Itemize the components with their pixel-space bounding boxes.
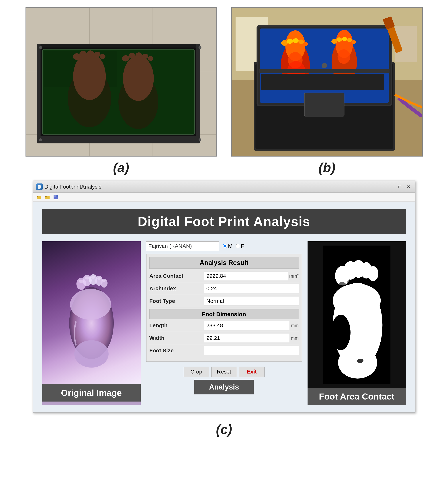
gender-male-label: M [228, 243, 233, 249]
svg-rect-26 [196, 44, 200, 142]
foot-type-value: Normal [204, 297, 299, 305]
length-row: Length 233.48 mm [149, 321, 299, 332]
toolbar-open-button[interactable] [35, 194, 43, 200]
action-buttons-row: Crop Reset Exit [146, 367, 302, 377]
original-foot-image [42, 241, 141, 384]
save-icon [53, 195, 58, 200]
svg-rect-59 [261, 74, 384, 90]
svg-point-42 [281, 40, 288, 46]
gender-male-radio[interactable] [223, 244, 227, 248]
svg-point-53 [342, 37, 347, 41]
svg-point-52 [336, 37, 342, 42]
svg-point-101 [338, 282, 346, 286]
svg-point-79 [70, 289, 111, 320]
minimize-button[interactable]: — [387, 184, 395, 190]
svg-point-15 [87, 50, 94, 56]
svg-point-18 [123, 56, 154, 101]
foot-type-row: Foot Type Normal [149, 297, 299, 308]
gender-male-option[interactable]: M [223, 243, 233, 249]
photo-b-svg [232, 7, 422, 157]
foot-dimension-title: Foot Dimension [149, 309, 299, 319]
svg-point-14 [79, 51, 87, 57]
gender-female-option[interactable]: F [236, 243, 244, 249]
svg-point-56 [337, 49, 350, 64]
svg-point-22 [142, 54, 148, 59]
content-row: Original Image M F [42, 241, 406, 405]
folder-open-icon [37, 195, 41, 200]
svg-point-30 [198, 138, 201, 141]
foot-size-row: Foot Size [149, 346, 299, 357]
svg-point-12 [73, 53, 106, 100]
toolbar-folder-button[interactable] [44, 194, 51, 200]
patient-name-input[interactable] [146, 241, 219, 251]
svg-point-43 [287, 38, 293, 44]
foot-bw-image-area [307, 241, 406, 388]
original-foot-svg [57, 257, 126, 369]
exit-button[interactable]: Exit [239, 367, 265, 377]
purple-foot-area [42, 241, 141, 384]
length-value: 233.48 [204, 321, 290, 330]
reset-button[interactable]: Reset [211, 367, 237, 377]
close-button[interactable]: ✕ [405, 184, 412, 190]
svg-point-89 [102, 279, 106, 282]
svg-point-55 [351, 40, 356, 44]
original-image-panel: Original Image [42, 241, 141, 405]
center-panel: M F Analysis Result Area Contact [146, 241, 302, 405]
svg-point-28 [198, 46, 201, 49]
analysis-result-box: Analysis Result Area Contact 9929.84 mm²… [146, 254, 302, 362]
svg-point-78 [74, 340, 109, 368]
label-b: (b) [319, 160, 335, 175]
original-image-label: Original Image [42, 384, 141, 402]
app-header-banner: Digital Foot Print Analysis [42, 209, 406, 234]
analysis-result-title: Analysis Result [149, 257, 299, 269]
patient-row: M F [146, 241, 302, 251]
svg-rect-76 [54, 197, 58, 199]
crop-button[interactable]: Crop [184, 367, 209, 377]
svg-point-69 [40, 185, 41, 186]
svg-point-44 [293, 38, 299, 43]
width-row: Width 99.21 mm [149, 334, 299, 344]
svg-rect-60 [304, 93, 344, 116]
arch-index-value: 0.24 [204, 284, 299, 293]
image-a-container: (a) [26, 7, 217, 175]
svg-point-61 [321, 63, 327, 68]
svg-point-103 [356, 279, 361, 283]
folder-icon [45, 195, 50, 200]
svg-rect-24 [37, 136, 200, 143]
svg-rect-71 [37, 196, 38, 197]
svg-point-17 [100, 54, 105, 59]
gender-female-radio[interactable] [236, 244, 240, 248]
svg-rect-74 [54, 195, 56, 197]
svg-point-98 [368, 266, 378, 281]
foot-bw-svg [322, 246, 391, 384]
area-contact-value: 9929.84 [204, 272, 288, 280]
svg-point-100 [357, 358, 363, 363]
length-label: Length [149, 322, 204, 329]
svg-point-46 [303, 42, 308, 46]
svg-point-54 [347, 38, 352, 42]
photo-a-svg [26, 7, 216, 157]
area-contact-label: Area Contact [149, 273, 204, 279]
toolbar-save-button[interactable] [52, 194, 59, 200]
gender-female-label: F [241, 243, 244, 249]
svg-point-19 [122, 55, 129, 62]
arch-index-row: ArchIndex 0.24 [149, 284, 299, 295]
analysis-button[interactable]: Analysis [194, 380, 254, 395]
svg-point-45 [298, 39, 304, 44]
svg-point-92 [338, 346, 377, 378]
svg-point-99 [331, 315, 350, 350]
maximize-button[interactable]: □ [396, 184, 403, 190]
svg-point-93 [333, 284, 381, 317]
svg-point-87 [91, 276, 95, 279]
svg-rect-72 [45, 196, 47, 197]
toolbar [33, 193, 415, 202]
app-title: DigitalFootprintAnalysis [44, 184, 102, 190]
app-icon [36, 184, 43, 190]
width-label: Width [149, 335, 204, 341]
top-images-row: (a) [11, 7, 437, 175]
svg-rect-58 [259, 69, 390, 73]
svg-point-29 [39, 138, 42, 141]
title-bar-left: DigitalFootprintAnalysis [36, 184, 102, 190]
foot-area-contact-panel: Foot Area Contact [307, 241, 406, 405]
svg-point-23 [148, 56, 154, 61]
